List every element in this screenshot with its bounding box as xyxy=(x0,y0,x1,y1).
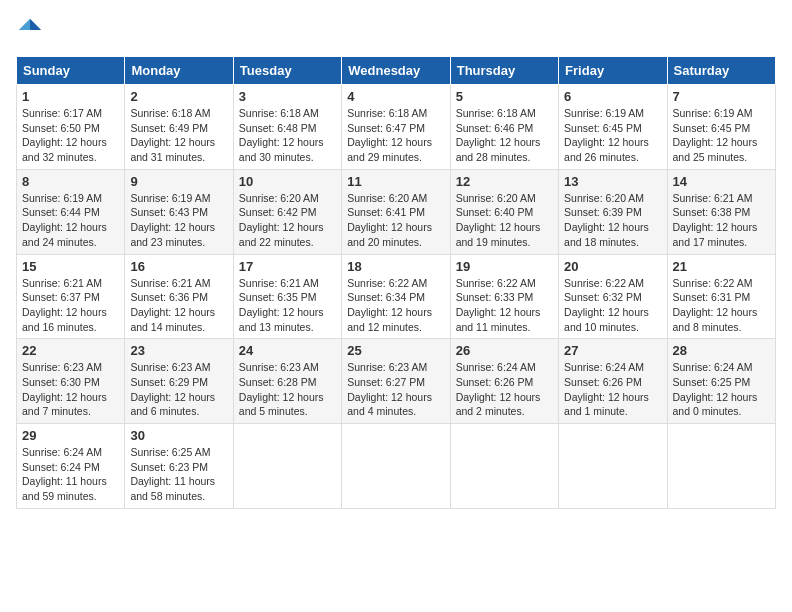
day-cell: 11 Sunrise: 6:20 AMSunset: 6:41 PMDaylig… xyxy=(342,169,450,254)
day-info: Sunrise: 6:18 AMSunset: 6:46 PMDaylight:… xyxy=(456,106,553,165)
day-number: 25 xyxy=(347,343,444,358)
day-cell: 18 Sunrise: 6:22 AMSunset: 6:34 PMDaylig… xyxy=(342,254,450,339)
day-cell: 1 Sunrise: 6:17 AMSunset: 6:50 PMDayligh… xyxy=(17,85,125,170)
day-cell: 28 Sunrise: 6:24 AMSunset: 6:25 PMDaylig… xyxy=(667,339,775,424)
day-cell: 26 Sunrise: 6:24 AMSunset: 6:26 PMDaylig… xyxy=(450,339,558,424)
day-cell: 13 Sunrise: 6:20 AMSunset: 6:39 PMDaylig… xyxy=(559,169,667,254)
day-number: 10 xyxy=(239,174,336,189)
day-number: 27 xyxy=(564,343,661,358)
day-number: 26 xyxy=(456,343,553,358)
page-header xyxy=(16,16,776,44)
column-header-friday: Friday xyxy=(559,57,667,85)
day-number: 19 xyxy=(456,259,553,274)
day-cell: 16 Sunrise: 6:21 AMSunset: 6:36 PMDaylig… xyxy=(125,254,233,339)
day-info: Sunrise: 6:23 AMSunset: 6:28 PMDaylight:… xyxy=(239,360,336,419)
day-cell: 20 Sunrise: 6:22 AMSunset: 6:32 PMDaylig… xyxy=(559,254,667,339)
column-header-sunday: Sunday xyxy=(17,57,125,85)
day-info: Sunrise: 6:25 AMSunset: 6:23 PMDaylight:… xyxy=(130,445,227,504)
column-header-wednesday: Wednesday xyxy=(342,57,450,85)
svg-marker-1 xyxy=(19,19,30,30)
day-cell xyxy=(667,424,775,509)
day-info: Sunrise: 6:19 AMSunset: 6:45 PMDaylight:… xyxy=(673,106,770,165)
day-info: Sunrise: 6:20 AMSunset: 6:39 PMDaylight:… xyxy=(564,191,661,250)
day-number: 30 xyxy=(130,428,227,443)
day-number: 9 xyxy=(130,174,227,189)
week-row-4: 22 Sunrise: 6:23 AMSunset: 6:30 PMDaylig… xyxy=(17,339,776,424)
week-row-1: 1 Sunrise: 6:17 AMSunset: 6:50 PMDayligh… xyxy=(17,85,776,170)
day-number: 3 xyxy=(239,89,336,104)
week-row-2: 8 Sunrise: 6:19 AMSunset: 6:44 PMDayligh… xyxy=(17,169,776,254)
day-info: Sunrise: 6:24 AMSunset: 6:26 PMDaylight:… xyxy=(456,360,553,419)
day-cell: 2 Sunrise: 6:18 AMSunset: 6:49 PMDayligh… xyxy=(125,85,233,170)
day-cell: 5 Sunrise: 6:18 AMSunset: 6:46 PMDayligh… xyxy=(450,85,558,170)
day-number: 4 xyxy=(347,89,444,104)
day-info: Sunrise: 6:20 AMSunset: 6:42 PMDaylight:… xyxy=(239,191,336,250)
day-number: 29 xyxy=(22,428,119,443)
day-info: Sunrise: 6:19 AMSunset: 6:43 PMDaylight:… xyxy=(130,191,227,250)
day-cell: 15 Sunrise: 6:21 AMSunset: 6:37 PMDaylig… xyxy=(17,254,125,339)
day-info: Sunrise: 6:18 AMSunset: 6:49 PMDaylight:… xyxy=(130,106,227,165)
column-header-monday: Monday xyxy=(125,57,233,85)
day-info: Sunrise: 6:20 AMSunset: 6:40 PMDaylight:… xyxy=(456,191,553,250)
day-info: Sunrise: 6:21 AMSunset: 6:35 PMDaylight:… xyxy=(239,276,336,335)
day-cell: 17 Sunrise: 6:21 AMSunset: 6:35 PMDaylig… xyxy=(233,254,341,339)
day-cell: 25 Sunrise: 6:23 AMSunset: 6:27 PMDaylig… xyxy=(342,339,450,424)
day-cell: 24 Sunrise: 6:23 AMSunset: 6:28 PMDaylig… xyxy=(233,339,341,424)
day-number: 12 xyxy=(456,174,553,189)
day-cell xyxy=(559,424,667,509)
day-info: Sunrise: 6:22 AMSunset: 6:34 PMDaylight:… xyxy=(347,276,444,335)
day-info: Sunrise: 6:22 AMSunset: 6:31 PMDaylight:… xyxy=(673,276,770,335)
day-number: 16 xyxy=(130,259,227,274)
day-cell: 9 Sunrise: 6:19 AMSunset: 6:43 PMDayligh… xyxy=(125,169,233,254)
day-number: 20 xyxy=(564,259,661,274)
day-cell: 14 Sunrise: 6:21 AMSunset: 6:38 PMDaylig… xyxy=(667,169,775,254)
day-cell: 21 Sunrise: 6:22 AMSunset: 6:31 PMDaylig… xyxy=(667,254,775,339)
day-info: Sunrise: 6:21 AMSunset: 6:37 PMDaylight:… xyxy=(22,276,119,335)
day-info: Sunrise: 6:20 AMSunset: 6:41 PMDaylight:… xyxy=(347,191,444,250)
day-info: Sunrise: 6:18 AMSunset: 6:47 PMDaylight:… xyxy=(347,106,444,165)
day-cell: 19 Sunrise: 6:22 AMSunset: 6:33 PMDaylig… xyxy=(450,254,558,339)
logo xyxy=(16,16,48,44)
day-number: 28 xyxy=(673,343,770,358)
day-info: Sunrise: 6:19 AMSunset: 6:45 PMDaylight:… xyxy=(564,106,661,165)
day-cell xyxy=(450,424,558,509)
day-info: Sunrise: 6:23 AMSunset: 6:27 PMDaylight:… xyxy=(347,360,444,419)
day-cell: 4 Sunrise: 6:18 AMSunset: 6:47 PMDayligh… xyxy=(342,85,450,170)
day-info: Sunrise: 6:24 AMSunset: 6:25 PMDaylight:… xyxy=(673,360,770,419)
day-info: Sunrise: 6:24 AMSunset: 6:24 PMDaylight:… xyxy=(22,445,119,504)
day-number: 14 xyxy=(673,174,770,189)
calendar-header-row: SundayMondayTuesdayWednesdayThursdayFrid… xyxy=(17,57,776,85)
day-cell: 27 Sunrise: 6:24 AMSunset: 6:26 PMDaylig… xyxy=(559,339,667,424)
week-row-5: 29 Sunrise: 6:24 AMSunset: 6:24 PMDaylig… xyxy=(17,424,776,509)
day-info: Sunrise: 6:17 AMSunset: 6:50 PMDaylight:… xyxy=(22,106,119,165)
day-number: 13 xyxy=(564,174,661,189)
day-cell: 30 Sunrise: 6:25 AMSunset: 6:23 PMDaylig… xyxy=(125,424,233,509)
day-number: 6 xyxy=(564,89,661,104)
day-number: 18 xyxy=(347,259,444,274)
day-cell: 22 Sunrise: 6:23 AMSunset: 6:30 PMDaylig… xyxy=(17,339,125,424)
day-number: 7 xyxy=(673,89,770,104)
day-info: Sunrise: 6:19 AMSunset: 6:44 PMDaylight:… xyxy=(22,191,119,250)
day-number: 21 xyxy=(673,259,770,274)
day-info: Sunrise: 6:23 AMSunset: 6:29 PMDaylight:… xyxy=(130,360,227,419)
day-number: 2 xyxy=(130,89,227,104)
day-cell: 7 Sunrise: 6:19 AMSunset: 6:45 PMDayligh… xyxy=(667,85,775,170)
day-info: Sunrise: 6:24 AMSunset: 6:26 PMDaylight:… xyxy=(564,360,661,419)
day-cell: 12 Sunrise: 6:20 AMSunset: 6:40 PMDaylig… xyxy=(450,169,558,254)
day-cell xyxy=(233,424,341,509)
day-number: 1 xyxy=(22,89,119,104)
day-cell: 6 Sunrise: 6:19 AMSunset: 6:45 PMDayligh… xyxy=(559,85,667,170)
calendar-table: SundayMondayTuesdayWednesdayThursdayFrid… xyxy=(16,56,776,509)
day-number: 17 xyxy=(239,259,336,274)
day-info: Sunrise: 6:21 AMSunset: 6:36 PMDaylight:… xyxy=(130,276,227,335)
day-cell: 29 Sunrise: 6:24 AMSunset: 6:24 PMDaylig… xyxy=(17,424,125,509)
day-number: 8 xyxy=(22,174,119,189)
day-cell: 3 Sunrise: 6:18 AMSunset: 6:48 PMDayligh… xyxy=(233,85,341,170)
day-cell xyxy=(342,424,450,509)
day-number: 5 xyxy=(456,89,553,104)
day-info: Sunrise: 6:18 AMSunset: 6:48 PMDaylight:… xyxy=(239,106,336,165)
column-header-thursday: Thursday xyxy=(450,57,558,85)
svg-marker-0 xyxy=(30,19,41,30)
day-cell: 8 Sunrise: 6:19 AMSunset: 6:44 PMDayligh… xyxy=(17,169,125,254)
logo-icon xyxy=(16,16,44,44)
